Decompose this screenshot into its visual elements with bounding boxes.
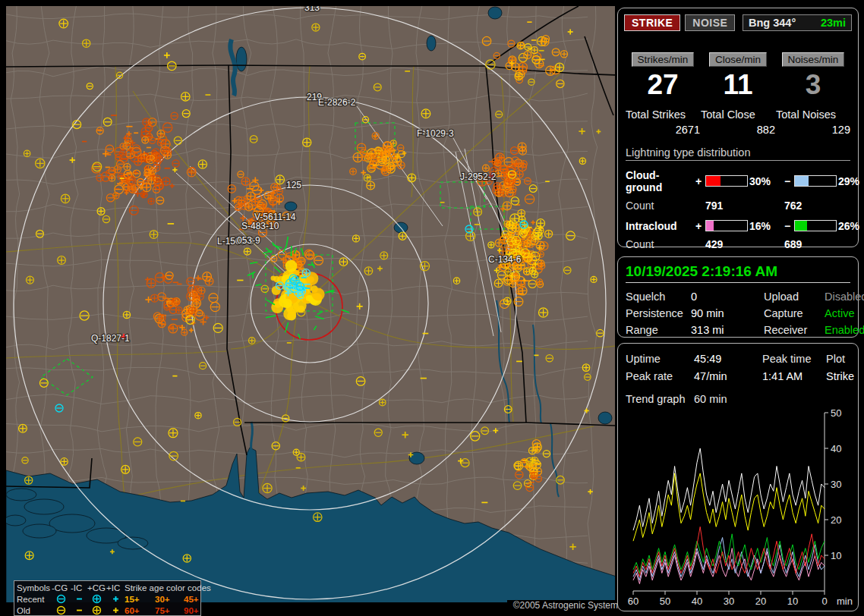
legend-age-15+: 15+ (125, 595, 155, 604)
trend-series-white (633, 448, 825, 530)
legend-plus-icon (106, 594, 125, 604)
legend-age-60+: 60+ (125, 606, 155, 615)
strikes-per-min-tab: Strikes/min (632, 52, 695, 67)
trend-x-unit: min (837, 596, 853, 607)
map-legend: Symbols-CG-IC+CG+ICStrike age color code… (14, 580, 201, 616)
plus-sign: + (695, 220, 705, 232)
trend-x-tick: 10 (787, 596, 798, 607)
range-label: Range (626, 324, 691, 336)
legend-col--CG: -CG (52, 583, 71, 592)
legend-col-+CG: +CG (87, 583, 106, 592)
cg-plus-pct: 30% (749, 175, 784, 187)
peak-time-label: Peak time (762, 353, 826, 365)
total-close-label: Total Close (701, 108, 775, 121)
trend-series-yellow (633, 473, 825, 541)
total-close-value: 882 (701, 124, 775, 136)
legend-col-+IC: +IC (106, 583, 125, 592)
trend-y-tick: 50 (831, 407, 841, 419)
legend-col--IC: -IC (71, 583, 87, 592)
plus-sign: + (695, 175, 705, 187)
legend-age-45+: 45+ (184, 595, 211, 604)
cg-minus-count: 762 (784, 200, 850, 212)
trend-x-tick: 30 (724, 596, 734, 607)
session-grid: Uptime 45:49 Peak time Plot Peak rate 47… (626, 353, 850, 382)
stats-panel: STRIKE NOISE Bng 344° 23mi Strikes/min 2… (617, 8, 859, 247)
trend-y-tick: 10 (831, 550, 841, 561)
legend-minus-icon (71, 594, 87, 604)
minus-sign: − (784, 175, 794, 187)
trend-window-value: 60 min (694, 393, 850, 405)
strike-button[interactable]: STRIKE (624, 14, 680, 31)
storm-cell-label: 053-9 (237, 235, 260, 246)
ring-distance-label: 125 (286, 180, 301, 190)
strikes-column: Strikes/min 27 Total Strikes 2671 (626, 52, 700, 136)
legend-cplus-icon (87, 594, 106, 604)
lightning-map[interactable]: 125219313E-2826-2F-1029-3J-2952-2V-5611-… (6, 6, 615, 602)
intracloud-label: Intracloud (626, 220, 695, 232)
trend-x-tick: 0 (821, 596, 827, 607)
strikes-per-min-value: 27 (626, 70, 700, 101)
type-distribution: Lightning type distribution Cloud-ground… (618, 136, 858, 250)
trend-x-tick: 20 (755, 596, 766, 607)
datetime-display: 10/19/2025 2:19:16 AM (626, 263, 850, 283)
noises-per-min-value: 3 (776, 70, 850, 101)
range-value: 313 mi (691, 324, 764, 336)
legend-age-75+: 75+ (155, 606, 184, 615)
ic-minus-bar (794, 220, 837, 231)
count-label: Count (626, 238, 695, 250)
storm-cell-label: E-2826-2 (318, 97, 356, 108)
map-canvas[interactable]: 125219313E-2826-2F-1029-3J-2952-2V-5611-… (6, 6, 615, 602)
peak-rate-label: Peak rate (626, 370, 694, 382)
app-window: { "header": {"strike":"STRIKE","noise":"… (0, 0, 864, 616)
receiver-value: Enabled (825, 324, 864, 336)
ic-plus-count: 429 (705, 238, 784, 250)
legend-row-label: Old (17, 606, 52, 615)
cg-plus-count: 791 (705, 200, 784, 212)
cg-plus-bar (705, 175, 748, 187)
legend-age-90+: 90+ (184, 606, 211, 615)
plot-mode-value: Strike (826, 370, 854, 382)
peak-time-value: 1:41 AM (762, 370, 826, 382)
storm-cell-label: S-483-10 (241, 221, 279, 231)
distribution-title: Lightning type distribution (626, 146, 850, 161)
legend-age-header: Strike age color codes (125, 583, 211, 592)
close-per-min-tab: Close/min (709, 52, 767, 67)
total-strikes-value: 2671 (626, 124, 700, 136)
receiver-label: Receiver (764, 324, 825, 336)
cloud-ground-label: Cloud-ground (626, 169, 695, 193)
trend-graph-row: Trend graph 60 min (626, 393, 850, 405)
cloud-ground-count-row: Count 791 762 (626, 200, 850, 212)
trend-x-tick: 40 (692, 596, 702, 607)
capture-value: Active (825, 307, 864, 319)
total-noises-label: Total Noises (776, 108, 850, 121)
legend-minus-icon (71, 605, 87, 615)
close-column: Close/min 11 Total Close 882 (701, 52, 775, 136)
legend-plus-icon (106, 605, 125, 615)
storm-cell-label: F-1029-3 (417, 128, 454, 139)
legend-row-label: Recent (17, 595, 52, 604)
legend-cminus-icon (52, 594, 71, 604)
count-label: Count (626, 200, 695, 212)
status-grid: Squelch 0 Upload Disabled Persistence 90… (626, 291, 850, 336)
storm-cell-label: Q-1827-1 (91, 333, 130, 344)
total-strikes-label: Total Strikes (626, 108, 700, 121)
persistence-value: 90 min (691, 307, 764, 319)
trend-x-tick: 50 (660, 596, 670, 607)
trend-graph-label: Trend graph (626, 393, 694, 405)
intracloud-row: Intracloud + 16% − 26% (626, 220, 850, 232)
capture-label: Capture (764, 307, 825, 319)
trend-y-tick: 40 (831, 443, 841, 454)
noise-button[interactable]: NOISE (685, 14, 735, 31)
bearing-label: Bng 344° (749, 17, 796, 29)
copyright-text: ©2005 Astrogenic Systems (507, 600, 624, 613)
close-per-min-value: 11 (701, 70, 775, 101)
trend-x-tick: 60 (628, 596, 639, 607)
storm-cell-label: C-134-6 (488, 254, 522, 265)
upload-value: Disabled (825, 291, 864, 303)
cg-minus-pct: 29% (838, 175, 859, 187)
legend-cplus-icon (87, 605, 106, 615)
squelch-label: Squelch (626, 291, 691, 303)
cg-minus-bar (794, 175, 837, 187)
cloud-ground-row: Cloud-ground + 30% − 29% (626, 169, 850, 193)
status-panel: 10/19/2025 2:19:16 AM Squelch 0 Upload D… (617, 256, 859, 338)
